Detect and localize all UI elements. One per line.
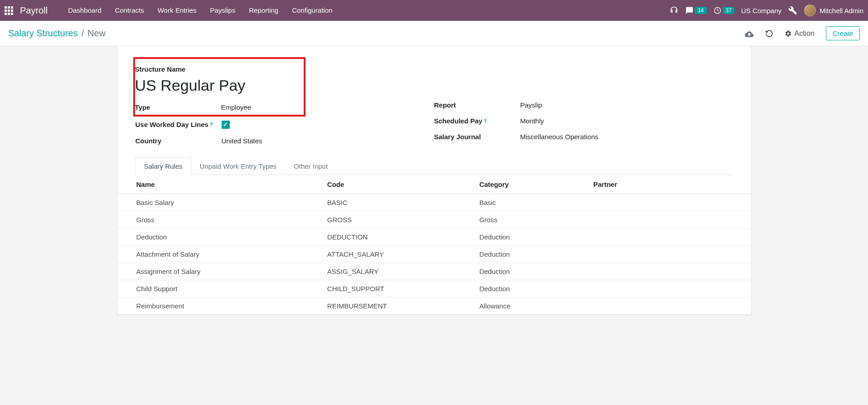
breadcrumb-current: New [87, 28, 106, 39]
cell-partner [586, 228, 751, 245]
cell-code: REIMBURSEMENT [320, 297, 472, 314]
table-row[interactable]: Child SupportCHILD_SUPPORTDeduction [117, 280, 751, 297]
messages-icon[interactable]: 14 [685, 6, 706, 15]
undo-icon[interactable] [765, 29, 773, 38]
nav-payslips[interactable]: Payslips [203, 0, 242, 21]
cell-partner [586, 263, 751, 280]
form-col-left: Use Worked Day Lines? ✓ Country United S… [136, 120, 434, 153]
type-label: Type [135, 103, 221, 111]
breadcrumb-parent[interactable]: Salary Structures [8, 28, 78, 39]
salary-journal-value[interactable]: Miscellaneous Operations [520, 133, 599, 141]
action-dropdown[interactable]: Action [785, 29, 815, 38]
nav-configuration[interactable]: Configuration [285, 0, 339, 21]
nav-contracts[interactable]: Contracts [108, 0, 151, 21]
cell-name: Child Support [117, 280, 320, 297]
breadcrumb-sep: / [81, 28, 84, 39]
tabs-nav: Salary Rules Unpaid Work Entry Types Oth… [136, 157, 733, 175]
scheduled-pay-label: Scheduled Pay? [434, 117, 520, 125]
table-row[interactable]: Attachment of SalaryATTACH_SALARYDeducti… [117, 245, 751, 263]
breadcrumb: Salary Structures / New [8, 28, 106, 39]
tab-other-input[interactable]: Other Input [285, 157, 336, 175]
cell-code: GROSS [320, 211, 472, 228]
cell-name: Deduction [117, 228, 320, 245]
cell-category: Gross [472, 211, 586, 228]
check-icon: ✓ [222, 121, 230, 129]
user-name: Mitchell Admin [820, 7, 863, 15]
user-menu[interactable]: Mitchell Admin [804, 5, 863, 16]
cell-category: Basic [472, 194, 586, 211]
type-value[interactable]: Employee [221, 103, 252, 111]
cell-code: ATTACH_SALARY [320, 245, 472, 263]
cell-name: Reimbursement [117, 297, 320, 314]
tab-salary-rules[interactable]: Salary Rules [136, 157, 191, 175]
use-worked-day-lines-label: Use Worked Day Lines? [136, 121, 222, 128]
report-value[interactable]: Payslip [520, 101, 542, 109]
cell-name: Basic Salary [117, 194, 320, 211]
th-code[interactable]: Code [320, 175, 472, 194]
country-label: Country [136, 137, 222, 145]
table-row[interactable]: DeductionDEDUCTIONDeduction [117, 228, 751, 245]
structure-name-label: Structure Name [135, 65, 304, 73]
cell-partner [586, 297, 751, 314]
table-row[interactable]: GrossGROSSGross [117, 211, 751, 228]
cell-name: Assignment of Salary [117, 263, 320, 280]
cell-code: CHILD_SUPPORT [320, 280, 472, 297]
cell-code: BASIC [320, 194, 472, 211]
apps-icon[interactable] [5, 6, 13, 15]
form-columns: Use Worked Day Lines? ✓ Country United S… [117, 120, 751, 153]
cell-code: ASSIG_SALARY [320, 263, 472, 280]
support-icon[interactable] [669, 6, 679, 15]
navbar-left: Payroll Dashboard Contracts Work Entries… [5, 0, 339, 21]
form-sheet: Structure Name US Regular Pay Type Emplo… [117, 46, 752, 315]
country-value[interactable]: United States [222, 137, 262, 145]
cloud-icon[interactable] [745, 30, 754, 37]
salary-rules-table: Name Code Category Partner Basic SalaryB… [117, 175, 751, 315]
scheduled-pay-value[interactable]: Monthly [520, 117, 544, 125]
cell-name: Attachment of Salary [117, 245, 320, 263]
messages-badge: 14 [695, 7, 706, 14]
cell-partner [586, 245, 751, 263]
use-worked-day-lines-checkbox[interactable]: ✓ [222, 120, 230, 129]
cell-name: Gross [117, 211, 320, 228]
cell-code: DEDUCTION [320, 228, 472, 245]
control-panel-right: Action Create [745, 26, 860, 40]
help-icon[interactable]: ? [210, 122, 213, 127]
debug-icon[interactable] [788, 6, 797, 15]
report-label: Report [434, 101, 520, 109]
avatar [804, 5, 816, 16]
cell-category: Deduction [472, 263, 586, 280]
nav-reporting[interactable]: Reporting [242, 0, 285, 21]
tab-unpaid-work-entry-types[interactable]: Unpaid Work Entry Types [191, 157, 286, 175]
structure-name-value[interactable]: US Regular Pay [135, 77, 304, 94]
highlight-box: Structure Name US Regular Pay Type Emplo… [133, 57, 305, 117]
table-row[interactable]: Assignment of SalaryASSIG_SALARYDeductio… [117, 263, 751, 280]
th-name[interactable]: Name [117, 175, 320, 194]
app-title[interactable]: Payroll [20, 5, 48, 16]
table-row[interactable]: Basic SalaryBASICBasic [117, 194, 751, 211]
salary-journal-label: Salary Journal [434, 133, 520, 141]
form-col-right: Report Payslip Scheduled Pay? Monthly Sa… [434, 120, 733, 153]
activities-badge: 37 [723, 7, 734, 14]
nav-work-entries[interactable]: Work Entries [151, 0, 204, 21]
control-panel: Salary Structures / New Action Create [0, 21, 868, 46]
th-category[interactable]: Category [472, 175, 586, 194]
th-partner[interactable]: Partner [586, 175, 751, 194]
cell-category: Deduction [472, 228, 586, 245]
activities-icon[interactable]: 37 [713, 6, 734, 15]
content-wrapper: Structure Name US Regular Pay Type Emplo… [0, 46, 868, 404]
action-label: Action [795, 29, 815, 38]
help-icon[interactable]: ? [484, 118, 487, 124]
tabs-container: Salary Rules Unpaid Work Entry Types Oth… [117, 157, 751, 175]
cell-partner [586, 211, 751, 228]
nav-menu: Dashboard Contracts Work Entries Payslip… [61, 0, 339, 21]
cell-category: Allowance [472, 297, 586, 314]
cell-category: Deduction [472, 280, 586, 297]
nav-dashboard[interactable]: Dashboard [61, 0, 108, 21]
cell-partner [586, 280, 751, 297]
table-wrapper: Name Code Category Partner Basic SalaryB… [117, 175, 751, 315]
navbar-right: 14 37 US Company Mitchell Admin [669, 5, 863, 16]
create-button[interactable]: Create [826, 26, 860, 40]
cell-partner [586, 194, 751, 211]
table-row[interactable]: ReimbursementREIMBURSEMENTAllowance [117, 297, 751, 314]
company-selector[interactable]: US Company [741, 7, 781, 15]
